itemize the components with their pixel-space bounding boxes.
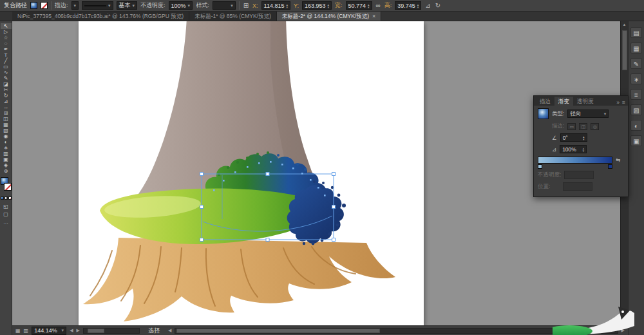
width-input[interactable]: 50.774▴▾ bbox=[346, 1, 372, 10]
tool-width[interactable]: ↔ bbox=[1, 104, 12, 110]
tool-free-transform[interactable]: ⊞ bbox=[1, 110, 12, 116]
none-button[interactable] bbox=[8, 196, 12, 200]
document-tab[interactable]: 未标题-2* @ 144.14% (CMYK/预览)× bbox=[277, 12, 381, 21]
brushes-panel-icon[interactable]: ✎ bbox=[630, 58, 642, 69]
panel-tab-渐变[interactable]: 渐变 bbox=[554, 97, 573, 106]
opacity-select[interactable]: 100%▾ bbox=[169, 1, 193, 10]
fill-swatch[interactable] bbox=[30, 2, 37, 9]
document-tab[interactable]: NiPic_377395_406b9cdd7b17c93b.ai* @ 143.… bbox=[12, 12, 189, 21]
canvas-area[interactable] bbox=[12, 21, 620, 325]
x-input[interactable]: 114.815▴▾ bbox=[261, 1, 290, 10]
color-panel-icon[interactable]: ▤ bbox=[630, 27, 642, 38]
stroke-gradient-across-icon[interactable]: ◎ bbox=[591, 123, 599, 130]
tool-column-graph[interactable]: ▥ bbox=[1, 151, 12, 157]
fill-stroke-indicator[interactable] bbox=[0, 177, 12, 194]
gradient-slider[interactable] bbox=[538, 157, 612, 164]
gradient-swatch[interactable] bbox=[538, 108, 549, 119]
tool-scale[interactable]: ⊿ bbox=[1, 99, 12, 104]
gradient-panel-icon-icon[interactable]: ▧ bbox=[630, 104, 642, 115]
artboard[interactable] bbox=[79, 21, 424, 325]
tool-eyedropper[interactable]: ◉ bbox=[1, 133, 12, 139]
watermark-swoosh bbox=[553, 304, 638, 335]
edit-toolbar-icon[interactable]: … bbox=[3, 219, 8, 225]
reverse-gradient-icon[interactable]: ⇆ bbox=[616, 157, 620, 163]
hscroll-left-icon[interactable]: ◀ bbox=[168, 328, 171, 333]
document-tab-label: NiPic_377395_406b9cdd7b17c93b.ai* @ 143.… bbox=[17, 12, 184, 21]
stroke-panel-icon[interactable]: ≡ bbox=[630, 89, 642, 100]
stroke-style-preview bbox=[84, 5, 106, 6]
height-input[interactable]: 39.745▴▾ bbox=[395, 1, 421, 10]
horizontal-scroll-thumb[interactable] bbox=[176, 329, 380, 333]
color-button[interactable] bbox=[1, 196, 4, 200]
screen-mode-icon[interactable]: ▢ bbox=[3, 211, 8, 217]
tool-blend[interactable]: ◐ bbox=[1, 139, 12, 145]
tool-artboard[interactable]: ▣ bbox=[1, 157, 12, 162]
tool-magic-wand[interactable]: ☆ bbox=[1, 35, 12, 41]
gradient-stop-start[interactable] bbox=[538, 164, 542, 169]
tool-gradient[interactable]: ▧ bbox=[1, 128, 12, 133]
appearance-select[interactable]: 基本▾ bbox=[117, 1, 138, 10]
swatches-panel-icon[interactable]: ▦ bbox=[630, 43, 642, 53]
status-bar: ▦ ▥ 144.14%▾ ◀ ▶ 选择 ◀ ▶ bbox=[12, 325, 628, 335]
tool-scissors[interactable]: ✂ bbox=[1, 87, 12, 93]
tool-rotate[interactable]: ↻ bbox=[1, 93, 12, 99]
x-label: X: bbox=[252, 3, 258, 9]
stroke-style-select[interactable]: ▾ bbox=[82, 1, 113, 10]
tool-hand[interactable]: ◈ bbox=[1, 162, 12, 168]
stroke-color-proxy[interactable] bbox=[4, 183, 12, 191]
gradient-angle-input[interactable]: 0°▴▾ bbox=[560, 133, 587, 142]
artboard-nav-icon[interactable]: ▦ bbox=[15, 328, 21, 334]
tool-paintbrush[interactable]: ∿ bbox=[1, 70, 12, 75]
scroll-up-icon[interactable]: ▲ bbox=[623, 21, 627, 28]
tool-shape-builder[interactable]: ◫ bbox=[1, 116, 12, 122]
panel-tab-描边[interactable]: 描边 bbox=[536, 97, 554, 106]
prev-artboard-icon[interactable]: ◀ bbox=[70, 328, 73, 333]
artboard-list-icon[interactable]: ▥ bbox=[24, 328, 29, 334]
tool-lasso[interactable]: ◌ bbox=[1, 41, 12, 46]
rotate-icon[interactable]: ↻ bbox=[435, 2, 441, 9]
tool-zoom[interactable]: ⊕ bbox=[1, 168, 12, 174]
tool-rectangle[interactable]: ▭ bbox=[1, 64, 12, 70]
stroke-gradient-along-icon[interactable]: ◫ bbox=[579, 123, 587, 130]
stroke-weight-select[interactable]: ▾ bbox=[71, 1, 79, 10]
tool-type[interactable]: T bbox=[1, 52, 12, 58]
gradient-stop-end[interactable] bbox=[608, 164, 612, 169]
tool-pen[interactable]: ✒ bbox=[1, 46, 12, 52]
transparency-panel-icon[interactable]: ◐ bbox=[630, 120, 642, 131]
color-mode-buttons bbox=[1, 196, 12, 200]
document-tab[interactable]: 未标题-1* @ 85% (CMYK/预览) bbox=[189, 12, 277, 21]
layers-panel-icon[interactable]: ▣ bbox=[630, 135, 642, 146]
tool-direct-selection[interactable]: ▷ bbox=[1, 29, 12, 35]
artboard-scrubber-thumb[interactable] bbox=[88, 329, 104, 333]
tool-mesh[interactable]: ▦ bbox=[1, 122, 12, 128]
horizontal-scrollbar[interactable] bbox=[175, 328, 618, 334]
align-icon[interactable]: ⊞ bbox=[243, 2, 249, 9]
tab-close-icon[interactable]: × bbox=[372, 12, 375, 21]
zoom-select[interactable]: 144.14%▾ bbox=[32, 327, 66, 335]
next-artboard-icon[interactable]: ▶ bbox=[77, 328, 80, 333]
symbols-panel-icon[interactable]: ∗ bbox=[630, 73, 642, 84]
draw-mode-icon[interactable]: ◱ bbox=[3, 204, 8, 209]
tool-symbol-sprayer[interactable]: ∗ bbox=[1, 145, 12, 151]
gradient-type-select[interactable]: 径向▾ bbox=[567, 110, 609, 118]
tool-line-segment[interactable]: ╱ bbox=[1, 58, 12, 64]
panel-tab-透明度[interactable]: 透明度 bbox=[573, 97, 598, 106]
constrain-proportions-icon[interactable]: ∞ bbox=[375, 2, 381, 9]
stroke-gradient-within-icon[interactable]: ▭ bbox=[567, 123, 576, 130]
tool-pencil[interactable]: ✎ bbox=[1, 75, 12, 81]
gradient-button[interactable] bbox=[5, 196, 8, 200]
tool-eraser[interactable]: ◪ bbox=[1, 81, 12, 87]
stroke-swatch[interactable] bbox=[41, 2, 48, 9]
style-select[interactable]: ▾ bbox=[213, 1, 236, 10]
collapse-panel-icon[interactable]: » bbox=[616, 99, 620, 106]
control-bar: 复合路径 描边: ▾ ▾ 基本▾ 不透明度: 100%▾ 样式: ▾ ⊞ X: … bbox=[0, 0, 644, 12]
artboard-canvas[interactable] bbox=[79, 21, 424, 325]
panel-menu-icon[interactable]: ≡ bbox=[622, 99, 625, 106]
stop-location-label: 位置: bbox=[538, 183, 550, 191]
shear-icon[interactable]: ⊿ bbox=[424, 2, 431, 9]
gradient-aspect-input[interactable]: 100%▴▾ bbox=[560, 145, 587, 153]
artboard-scrubber[interactable] bbox=[83, 328, 140, 334]
tool-selection[interactable]: ↖ bbox=[1, 23, 12, 29]
y-input[interactable]: 163.953▴▾ bbox=[302, 1, 332, 10]
vertical-scroll-thumb[interactable] bbox=[622, 30, 627, 70]
